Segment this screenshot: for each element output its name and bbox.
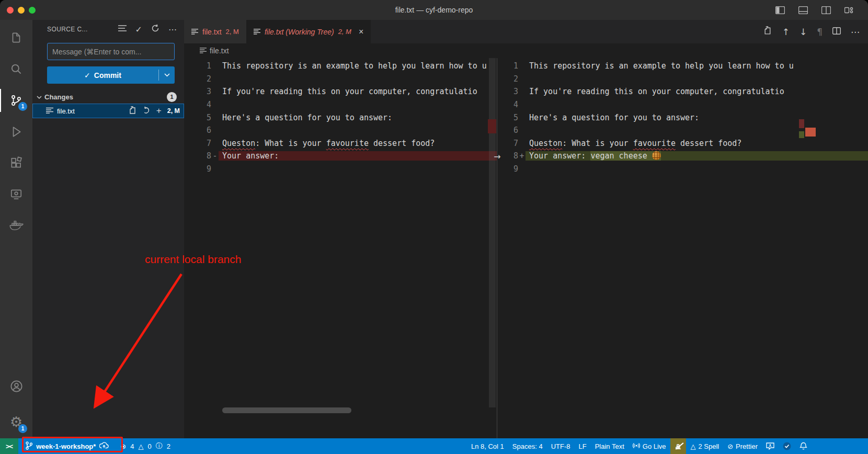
text-file-icon <box>254 28 260 36</box>
spell-checker-indicator[interactable]: △ 2 Spell <box>686 438 723 454</box>
publish-cloud-icon <box>99 442 109 450</box>
indentation[interactable]: Spaces: 4 <box>508 438 547 454</box>
extensions-icon[interactable] <box>0 147 32 179</box>
settings-badge: 1 <box>18 424 27 433</box>
code-line: Here's a question for you to answer: <box>219 113 497 122</box>
remote-window-button[interactable]: >< <box>0 438 18 454</box>
toggle-panel-icon[interactable] <box>798 6 808 14</box>
accounts-icon[interactable] <box>0 370 32 402</box>
refresh-icon[interactable] <box>151 24 159 35</box>
breadcrumb[interactable]: file.txt <box>184 43 868 58</box>
waffle-emoji <box>652 151 661 160</box>
split-editor-layout-icon[interactable] <box>821 6 831 14</box>
problems-indicator[interactable]: ⊗ 4 △ 0 ⓘ 2 <box>116 438 176 454</box>
tab-bar: file.txt 2, M file.txt (Working Tree) 2,… <box>184 20 868 43</box>
open-changes-icon[interactable] <box>763 26 772 37</box>
previous-change-icon[interactable]: ↑ <box>782 27 790 37</box>
window-title: file.txt — cyf-demo-repo <box>0 6 868 14</box>
prettier-indicator[interactable]: ⊘ Prettier <box>723 438 762 454</box>
diff-original-pane[interactable]: 1This repository is an example to help y… <box>184 58 497 438</box>
more-actions-icon[interactable]: ⋯ <box>168 25 177 35</box>
file-decoration-badge: 2, M <box>167 107 180 115</box>
commit-button-label: Commit <box>94 71 121 80</box>
language-mode[interactable]: Plain Text <box>591 438 629 454</box>
go-live-button[interactable]: Go Live <box>629 438 670 454</box>
run-debug-icon[interactable] <box>0 116 32 147</box>
status-bar: >< week-1-workshop* ⊗ 4 △ 0 ⓘ 2 Ln 8, Co… <box>0 438 868 454</box>
overview-ruler-marker <box>799 131 804 138</box>
feedback-icon[interactable] <box>762 438 779 454</box>
source-control-icon[interactable]: 1 <box>0 85 32 116</box>
eol-sequence[interactable]: LF <box>574 438 590 454</box>
title-bar: file.txt — cyf-demo-repo <box>0 0 868 20</box>
customize-layout-icon[interactable] <box>844 6 853 14</box>
check-badge-icon[interactable] <box>779 438 795 454</box>
remote-explorer-icon[interactable] <box>0 179 32 210</box>
commit-dropdown-button[interactable] <box>159 66 175 84</box>
toggle-sidebar-icon[interactable] <box>775 6 785 14</box>
changed-file-name: file.txt <box>57 107 75 115</box>
encoding[interactable]: UTF-8 <box>547 438 575 454</box>
branch-indicator[interactable]: week-1-workshop* <box>21 438 113 454</box>
settings-gear-icon[interactable]: ⚙ 1 <box>0 405 32 438</box>
diff-modified-pane[interactable]: 1This repository is an example to help y… <box>497 58 868 438</box>
code-line: Your answer: vegan cheese <box>526 151 868 161</box>
tab-label: file.txt <box>202 28 222 36</box>
next-change-icon[interactable]: ↓ <box>800 27 807 37</box>
split-editor-icon[interactable] <box>832 27 841 37</box>
text-file-icon <box>200 47 207 55</box>
tab-problems-badge: 2, M <box>338 28 351 36</box>
tab-file-index[interactable]: file.txt 2, M <box>184 20 246 43</box>
search-icon[interactable] <box>0 53 32 85</box>
tab-problems-badge: 2, M <box>226 28 239 36</box>
horizontal-scrollbar[interactable] <box>222 407 351 413</box>
inserted-line: 8+Your answer: vegan cheese <box>497 150 868 163</box>
vscode-window: file.txt — cyf-demo-repo <box>0 0 868 454</box>
explorer-icon[interactable] <box>0 22 32 53</box>
branch-name: week-1-workshop* <box>36 442 96 450</box>
changes-section-header[interactable]: Changes 1 <box>32 90 184 104</box>
commit-message-input[interactable]: Message (⌘Enter to com... <box>47 43 175 60</box>
editor-group: file.txt 2, M file.txt (Working Tree) 2,… <box>184 20 868 438</box>
minimize-window-button[interactable] <box>18 7 25 14</box>
notifications-bell-icon[interactable] <box>795 438 812 454</box>
changes-label: Changes <box>44 93 73 101</box>
commit-button[interactable]: ✓ Commit <box>47 66 175 84</box>
toggle-whitespace-icon[interactable]: ¶ <box>817 27 823 37</box>
docker-icon[interactable] <box>0 210 32 242</box>
code-line: Queston: What is your favourite dessert … <box>219 139 497 148</box>
view-as-tree-icon[interactable] <box>118 25 127 34</box>
code-line: Here's a question for you to answer: <box>526 113 868 122</box>
vertical-scrollbar[interactable] <box>489 58 496 407</box>
extension-disabled-indicator[interactable]: & <box>670 438 687 454</box>
text-file-icon <box>46 107 53 115</box>
git-branch-icon <box>26 441 32 451</box>
overview-ruler-delete-marker <box>488 119 496 133</box>
error-icon: ⊗ <box>120 442 126 450</box>
deleted-line: 8-Your answer: <box>184 150 497 163</box>
changes-count-badge: 1 <box>167 92 177 102</box>
source-control-sidebar: SOURCE C... ✓ ⋯ Message (⌘Enter to com..… <box>32 20 184 438</box>
stage-changes-icon[interactable]: + <box>156 106 162 116</box>
diff-editor: 1This repository is an example to help y… <box>184 58 868 438</box>
zoom-window-button[interactable] <box>29 7 36 14</box>
tab-label: file.txt (Working Tree) <box>265 28 334 36</box>
changed-file-row[interactable]: file.txt + 2, M <box>32 104 184 118</box>
discard-changes-icon[interactable] <box>143 106 151 116</box>
diff-revert-arrow-icon[interactable]: → <box>490 152 504 162</box>
annotation-current-local-branch: current local branch <box>145 253 241 266</box>
open-file-icon[interactable] <box>129 106 137 116</box>
overview-ruler-marker <box>805 128 816 137</box>
close-window-button[interactable] <box>7 7 14 14</box>
code-line: This repository is an example to help yo… <box>219 61 497 71</box>
sidebar-title: SOURCE C... <box>47 26 88 33</box>
chevron-down-icon <box>37 93 42 101</box>
breadcrumb-file: file.txt <box>210 47 229 55</box>
cursor-position[interactable]: Ln 8, Col 1 <box>467 438 508 454</box>
activity-bar: 1 ⚙ 1 <box>0 20 32 438</box>
code-line: Queston: What is your favourite dessert … <box>526 139 868 148</box>
more-actions-icon[interactable]: ⋯ <box>851 27 860 37</box>
commit-check-icon[interactable]: ✓ <box>135 25 142 35</box>
tab-file-working-tree[interactable]: file.txt (Working Tree) 2, M × <box>246 20 371 43</box>
close-tab-icon[interactable]: × <box>359 27 363 37</box>
